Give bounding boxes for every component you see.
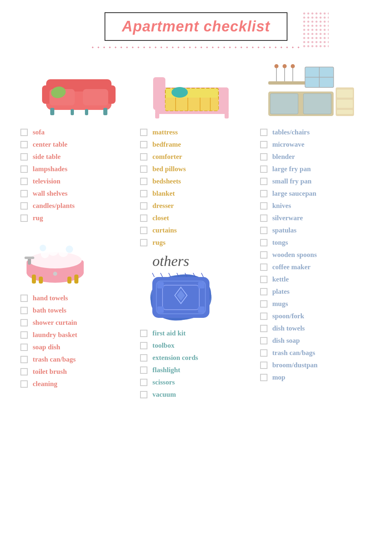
- svg-point-49: [40, 245, 46, 251]
- item-label: shower curtain: [33, 319, 77, 327]
- checkbox-dish-soap[interactable]: [260, 337, 267, 344]
- checkbox-cleaning[interactable]: [20, 380, 28, 388]
- list-item: mugs: [260, 300, 372, 308]
- item-label: wall shelves: [33, 190, 67, 198]
- checkbox-dish-towels[interactable]: [260, 325, 267, 332]
- checkbox-tables-chairs[interactable]: [260, 129, 267, 136]
- item-label: side table: [33, 153, 60, 161]
- checkbox-trash-can-bath[interactable]: [20, 356, 28, 363]
- checkbox-large-saucepan[interactable]: [260, 190, 267, 197]
- others-label-container: others: [152, 252, 252, 270]
- checkbox-mop[interactable]: [260, 374, 267, 381]
- list-item: silverware: [260, 214, 372, 222]
- checkbox-candles[interactable]: [20, 202, 28, 210]
- checkbox-comforter[interactable]: [140, 153, 147, 161]
- list-item: mattress: [140, 128, 252, 136]
- dotted-bar: [0, 45, 392, 51]
- svg-line-69: [152, 273, 154, 277]
- svg-line-75: [201, 273, 203, 277]
- svg-rect-65: [157, 282, 164, 288]
- list-item: kettle: [260, 275, 372, 284]
- svg-rect-55: [67, 277, 71, 284]
- checkbox-bedsheets[interactable]: [140, 178, 147, 185]
- checkbox-trash-can-kitchen[interactable]: [260, 349, 267, 357]
- svg-rect-14: [153, 77, 165, 110]
- svg-rect-39: [337, 110, 353, 114]
- svg-rect-12: [103, 108, 107, 115]
- checkbox-toolbox[interactable]: [140, 342, 147, 349]
- checkbox-flashlight[interactable]: [140, 366, 147, 374]
- svg-rect-67: [157, 306, 164, 313]
- checkbox-spatulas[interactable]: [260, 227, 267, 234]
- checkbox-rug[interactable]: [20, 214, 28, 222]
- checkbox-sofa[interactable]: [20, 129, 28, 136]
- list-item: flashlight: [140, 366, 252, 374]
- checkbox-shower-curtain[interactable]: [20, 319, 28, 326]
- checkbox-small-fry-pan[interactable]: [260, 178, 267, 185]
- checkbox-television[interactable]: [20, 178, 28, 185]
- checkbox-bedframe[interactable]: [140, 141, 147, 148]
- item-label: closet: [152, 214, 169, 222]
- list-item: television: [20, 177, 132, 185]
- item-label: kettle: [272, 275, 289, 284]
- kitchen-image: [264, 63, 354, 120]
- list-item: bath towels: [20, 306, 132, 315]
- list-item: side table: [20, 153, 132, 161]
- checkbox-bath-towels[interactable]: [20, 307, 28, 314]
- list-item: wall shelves: [20, 190, 132, 198]
- checkbox-plates[interactable]: [260, 288, 267, 295]
- checkbox-toilet-brush[interactable]: [20, 368, 28, 375]
- checkbox-first-aid[interactable]: [140, 330, 147, 337]
- checkbox-wall-shelves[interactable]: [20, 190, 28, 197]
- svg-rect-24: [155, 112, 159, 118]
- checkbox-spoon-fork[interactable]: [260, 313, 267, 320]
- list-item: comforter: [140, 153, 252, 161]
- list-item: sofa: [20, 128, 132, 136]
- checkbox-silverware[interactable]: [260, 214, 267, 222]
- checkbox-soap-dish[interactable]: [20, 344, 28, 351]
- svg-rect-11: [85, 109, 88, 115]
- checkbox-laundry-basket[interactable]: [20, 331, 28, 339]
- item-label: bed pillows: [152, 165, 186, 173]
- checkbox-tongs[interactable]: [260, 239, 267, 246]
- checkbox-side-table[interactable]: [20, 153, 28, 161]
- checkbox-kettle[interactable]: [260, 276, 267, 283]
- checkbox-dresser[interactable]: [140, 202, 147, 210]
- checkbox-wooden-spoons[interactable]: [260, 251, 267, 259]
- checkbox-microwave[interactable]: [260, 141, 267, 148]
- checkbox-scissors[interactable]: [140, 379, 147, 386]
- item-label: flashlight: [152, 366, 180, 374]
- checkbox-lampshades[interactable]: [20, 165, 28, 173]
- item-label: extension cords: [152, 354, 198, 362]
- item-label: center table: [33, 141, 67, 149]
- column-middle: mattress bedframe comforter bed pillows …: [136, 128, 256, 403]
- list-item: closet: [140, 214, 252, 222]
- list-item: rug: [20, 214, 132, 222]
- checkbox-rugs[interactable]: [140, 239, 147, 246]
- checkbox-blanket[interactable]: [140, 190, 147, 197]
- checkbox-center-table[interactable]: [20, 141, 28, 148]
- checkbox-mugs[interactable]: [260, 300, 267, 308]
- item-label: blanket: [152, 190, 175, 198]
- item-label: dish towels: [272, 324, 305, 333]
- checkbox-extension-cords[interactable]: [140, 354, 147, 362]
- checkbox-broom-dustpan[interactable]: [260, 362, 267, 369]
- checkbox-large-fry-pan[interactable]: [260, 165, 267, 173]
- checkbox-vacuum[interactable]: [140, 391, 147, 398]
- list-item: dish soap: [260, 337, 372, 345]
- list-item: trash can/bags: [260, 349, 372, 357]
- list-item: dish towels: [260, 324, 372, 333]
- item-label: cleaning: [33, 380, 57, 388]
- checkbox-bed-pillows[interactable]: [140, 165, 147, 173]
- item-label: laundry basket: [33, 331, 77, 339]
- checkbox-blender[interactable]: [260, 153, 267, 161]
- list-item: hand towels: [20, 294, 132, 302]
- svg-rect-1: [302, 11, 329, 48]
- checkbox-mattress[interactable]: [140, 129, 147, 136]
- checkbox-hand-towels[interactable]: [20, 295, 28, 302]
- checkbox-coffee-maker[interactable]: [260, 264, 267, 271]
- checkbox-closet[interactable]: [140, 214, 147, 222]
- list-item: large saucepan: [260, 190, 372, 198]
- checkbox-curtains[interactable]: [140, 227, 147, 234]
- checkbox-knives[interactable]: [260, 202, 267, 210]
